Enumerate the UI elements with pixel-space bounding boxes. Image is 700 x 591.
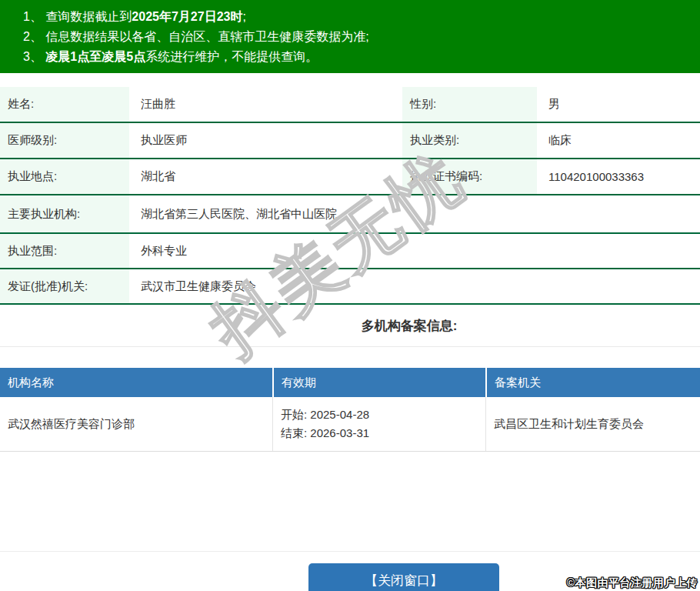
cell-org-name: 武汉然禧医疗美容门诊部 — [0, 397, 272, 451]
field-label-main-institution: 主要执业机构: — [0, 195, 129, 232]
field-value-practice-category: 临床 — [537, 123, 700, 158]
table-row: 武汉然禧医疗美容门诊部 开始: 2025-04-28 结束: 2026-03-3… — [0, 397, 700, 452]
field-value-doctor-level: 执业医师 — [129, 123, 402, 158]
field-label-practice-category: 执业类别: — [402, 123, 537, 158]
notice-bold-text: 2025年7月27日23时 — [132, 10, 242, 23]
column-header-validity: 有效期 — [272, 368, 485, 397]
table-row: 发证(批准)机关: 武汉市卫生健康委员会 — [0, 269, 700, 305]
notice-text: ; — [242, 10, 245, 23]
cell-filing-authority: 武昌区卫生和计划生育委员会 — [485, 397, 700, 451]
table-row: 执业范围: 外科专业 — [0, 234, 700, 269]
upload-attribution-watermark: ©本图由平台注册用户上传 — [567, 576, 698, 590]
field-value-gender: 男 — [537, 87, 700, 122]
field-label-practice-location: 执业地点: — [0, 159, 129, 194]
field-label-gender: 性别: — [402, 87, 537, 122]
cell-validity-period: 开始: 2025-04-28 结束: 2026-03-31 — [272, 397, 485, 451]
filing-table: 机构名称 有效期 备案机关 武汉然禧医疗美容门诊部 开始: 2025-04-28… — [0, 368, 700, 452]
notice-text: 2、 信息数据结果以各省、自治区、直辖市卫生健康委数据为准; — [23, 30, 369, 43]
validity-start: 开始: 2025-04-28 — [281, 406, 369, 424]
field-label-doctor-level: 医师级别: — [0, 123, 129, 158]
notice-line-2: 2、 信息数据结果以各省、自治区、直辖市卫生健康委数据为准; — [23, 27, 692, 47]
table-row: 主要执业机构: 湖北省第三人民医院、湖北省中山医院 — [0, 195, 700, 234]
field-label-issuing-authority: 发证(批准)机关: — [0, 269, 129, 303]
field-label-certificate-number: 执业证书编码: — [402, 159, 537, 194]
notice-bold-text: 凌晨1点至凌晨5点 — [45, 50, 145, 63]
notice-line-3: 3、 凌晨1点至凌晨5点系统进行维护，不能提供查询。 — [23, 47, 692, 67]
field-value-practice-location: 湖北省 — [129, 159, 402, 194]
field-label-practice-scope: 执业范围: — [0, 234, 129, 268]
notice-banner: 1、 查询数据截止到2025年7月27日23时; 2、 信息数据结果以各省、自治… — [0, 0, 700, 73]
close-window-button[interactable]: 【关闭窗口】 — [308, 563, 499, 591]
table-row: 医师级别: 执业医师 执业类别: 临床 — [0, 123, 700, 159]
filing-table-header: 机构名称 有效期 备案机关 — [0, 368, 700, 397]
divider — [0, 551, 700, 552]
notice-line-1: 1、 查询数据截止到2025年7月27日23时; — [23, 7, 692, 27]
table-row: 姓名: 汪曲胜 性别: 男 — [0, 87, 700, 123]
section-title: 多机构备案信息: — [362, 317, 458, 335]
field-value-issuing-authority: 武汉市卫生健康委员会 — [129, 269, 700, 303]
column-header-filing-authority: 备案机关 — [485, 368, 700, 397]
field-value-main-institution: 湖北省第三人民医院、湖北省中山医院 — [129, 195, 700, 232]
validity-end: 结束: 2026-03-31 — [281, 424, 369, 442]
field-value-certificate-number: 110420100033363 — [537, 159, 700, 194]
field-value-name: 汪曲胜 — [129, 87, 402, 122]
notice-text: 1、 查询数据截止到 — [23, 10, 132, 23]
doctor-info-table: 姓名: 汪曲胜 性别: 男 医师级别: 执业医师 执业类别: 临床 执业地点: … — [0, 87, 700, 305]
multi-institution-section: 多机构备案信息: — [0, 305, 700, 347]
notice-text: 系统进行维护，不能提供查询。 — [145, 50, 318, 63]
field-label-name: 姓名: — [0, 87, 129, 122]
column-header-org-name: 机构名称 — [0, 368, 272, 397]
table-row: 执业地点: 湖北省 执业证书编码: 110420100033363 — [0, 159, 700, 195]
notice-text: 3、 — [23, 50, 45, 63]
field-value-practice-scope: 外科专业 — [129, 234, 700, 268]
